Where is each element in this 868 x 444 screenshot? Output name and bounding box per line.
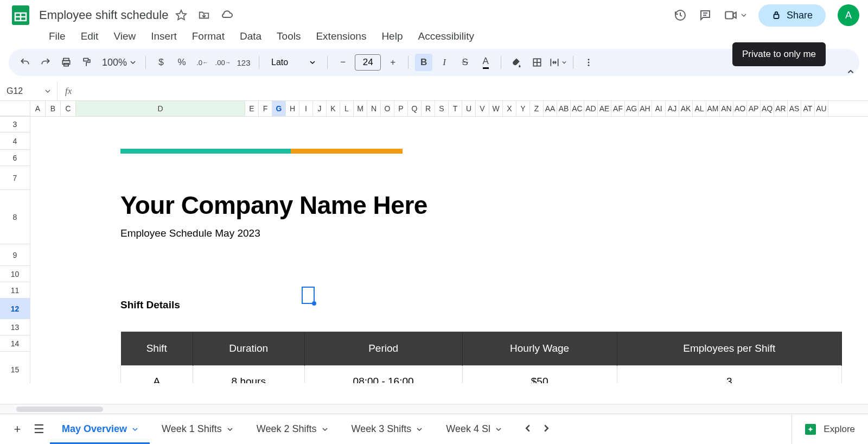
explore-button[interactable]: ✦ Explore	[792, 414, 868, 444]
move-icon[interactable]	[197, 9, 210, 22]
doc-title[interactable]: Employee shift schedule	[39, 8, 168, 22]
collapse-toolbar-button[interactable]	[844, 65, 857, 78]
col-header-AO[interactable]: AO	[733, 101, 747, 116]
meet-icon[interactable]	[724, 9, 746, 22]
paint-format-button[interactable]	[78, 54, 95, 71]
col-header-M[interactable]: M	[354, 101, 367, 116]
fill-color-button[interactable]	[508, 54, 525, 71]
col-header-B[interactable]: B	[46, 101, 61, 116]
col-header-T[interactable]: T	[449, 101, 462, 116]
horizontal-scrollbar[interactable]	[0, 404, 868, 414]
col-header-V[interactable]: V	[476, 101, 489, 116]
row-header-13[interactable]: 13	[0, 319, 30, 335]
col-header-H[interactable]: H	[286, 101, 299, 116]
col-header-A[interactable]: A	[30, 101, 46, 116]
col-header-F[interactable]: F	[259, 101, 272, 116]
col-header-X[interactable]: X	[503, 101, 516, 116]
tab-menu-icon[interactable]	[227, 423, 233, 435]
col-header-J[interactable]: J	[313, 101, 327, 116]
col-header-Z[interactable]: Z	[530, 101, 544, 116]
sheet-tab[interactable]: Week 1 Shifts	[150, 414, 245, 444]
col-header-AP[interactable]: AP	[747, 101, 761, 116]
row-header-10[interactable]: 10	[0, 266, 30, 282]
row-header-9[interactable]: 9	[0, 244, 30, 266]
col-header-W[interactable]: W	[489, 101, 503, 116]
menu-extensions[interactable]: Extensions	[316, 30, 366, 42]
col-header-AU[interactable]: AU	[815, 101, 828, 116]
sheet-tab[interactable]: Week 4 Sl	[434, 414, 513, 444]
row-header-7[interactable]: 7	[0, 166, 30, 190]
col-header-Y[interactable]: Y	[516, 101, 530, 116]
share-button[interactable]: Share	[758, 4, 826, 27]
col-header-Q[interactable]: Q	[408, 101, 422, 116]
col-header-P[interactable]: P	[394, 101, 408, 116]
tab-next-button[interactable]	[542, 424, 550, 434]
col-header-E[interactable]: E	[245, 101, 259, 116]
comment-icon[interactable]	[699, 9, 712, 22]
col-header-N[interactable]: N	[367, 101, 381, 116]
menu-file[interactable]: File	[49, 30, 66, 42]
percent-button[interactable]: %	[173, 54, 190, 71]
font-select[interactable]: Lato	[266, 58, 321, 67]
all-sheets-button[interactable]: ☰	[28, 418, 50, 440]
col-header-AL[interactable]: AL	[693, 101, 706, 116]
bold-button[interactable]: B	[415, 54, 432, 71]
more-formats-button[interactable]: 123	[235, 54, 252, 71]
tab-menu-icon[interactable]	[417, 423, 422, 435]
undo-button[interactable]	[16, 54, 34, 71]
menu-help[interactable]: Help	[381, 30, 403, 42]
menu-tools[interactable]: Tools	[277, 30, 301, 42]
italic-button[interactable]: I	[436, 54, 453, 71]
col-header-AE[interactable]: AE	[598, 101, 611, 116]
sheet-tab[interactable]: May Overview	[50, 414, 150, 444]
row-header-14[interactable]: 14	[0, 335, 30, 352]
col-header-C[interactable]: C	[61, 101, 76, 116]
tab-menu-icon[interactable]	[322, 423, 328, 435]
col-header-AM[interactable]: AM	[706, 101, 720, 116]
col-header-AS[interactable]: AS	[788, 101, 801, 116]
sheet-tab[interactable]: Week 3 Shifts	[340, 414, 435, 444]
menu-format[interactable]: Format	[192, 30, 225, 42]
col-header-AA[interactable]: AA	[544, 101, 557, 116]
col-header-I[interactable]: I	[299, 101, 313, 116]
star-icon[interactable]	[175, 9, 188, 22]
col-header-L[interactable]: L	[340, 101, 354, 116]
strike-button[interactable]: S	[456, 54, 474, 71]
text-color-button[interactable]: A	[477, 54, 494, 71]
col-header-AK[interactable]: AK	[679, 101, 693, 116]
row-header-3[interactable]: 3	[0, 116, 30, 132]
col-header-AI[interactable]: AI	[652, 101, 666, 116]
col-header-AR[interactable]: AR	[774, 101, 788, 116]
col-header-AN[interactable]: AN	[720, 101, 733, 116]
increase-font-button[interactable]: +	[384, 54, 401, 71]
col-header-R[interactable]: R	[422, 101, 435, 116]
row-header-11[interactable]: 11	[0, 282, 30, 299]
tab-menu-icon[interactable]	[132, 423, 138, 435]
col-header-D[interactable]: D	[76, 101, 245, 116]
more-button[interactable]	[580, 54, 597, 71]
col-header-O[interactable]: O	[381, 101, 394, 116]
col-header-K[interactable]: K	[327, 101, 340, 116]
redo-button[interactable]	[37, 54, 54, 71]
tab-menu-icon[interactable]	[496, 423, 501, 435]
col-header-AG[interactable]: AG	[625, 101, 639, 116]
menu-data[interactable]: Data	[240, 30, 261, 42]
sheets-logo[interactable]	[9, 3, 33, 27]
name-box[interactable]: G12	[0, 81, 58, 100]
font-size-input[interactable]: 24	[355, 54, 381, 71]
col-header-AQ[interactable]: AQ	[761, 101, 774, 116]
row-header-6[interactable]: 6	[0, 150, 30, 166]
merge-button[interactable]	[549, 54, 566, 71]
col-header-AD[interactable]: AD	[584, 101, 598, 116]
col-header-AC[interactable]: AC	[571, 101, 584, 116]
decrease-decimal-button[interactable]: .0←	[194, 54, 211, 71]
decrease-font-button[interactable]: −	[334, 54, 352, 71]
menu-edit[interactable]: Edit	[81, 30, 99, 42]
add-sheet-button[interactable]: +	[7, 418, 28, 440]
row-header-12[interactable]: 12	[0, 299, 30, 319]
menu-insert[interactable]: Insert	[151, 30, 177, 42]
col-header-G[interactable]: G	[272, 101, 286, 116]
borders-button[interactable]	[528, 54, 546, 71]
select-all-corner[interactable]	[0, 101, 30, 116]
scroll-thumb[interactable]	[16, 407, 103, 412]
